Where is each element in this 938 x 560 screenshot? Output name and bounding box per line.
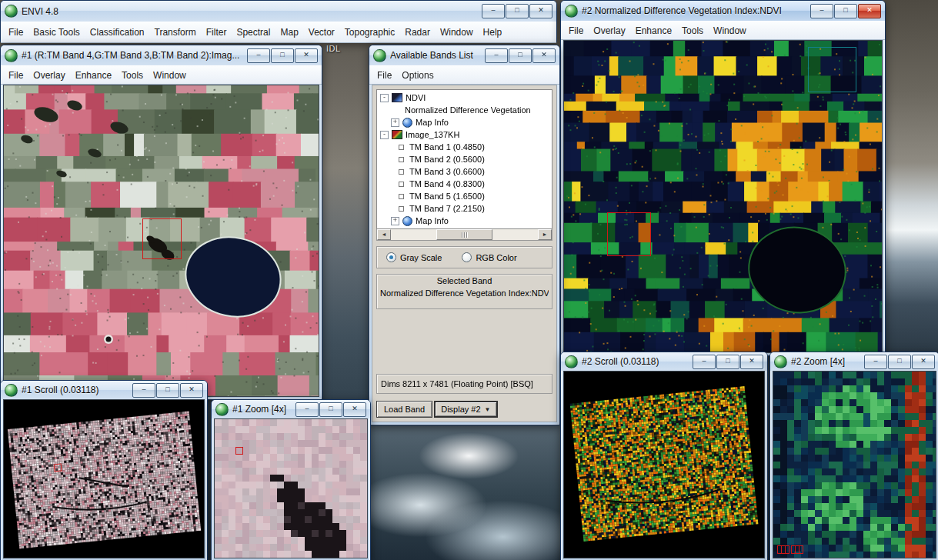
tree-item-label[interactable]: Normalized Difference Vegetation bbox=[405, 105, 531, 115]
minimize-button[interactable]: – bbox=[247, 48, 270, 63]
tree-item-label[interactable]: NDVI bbox=[406, 93, 426, 102]
close-button[interactable]: ✕ bbox=[740, 355, 763, 369]
menu-map[interactable]: Map bbox=[275, 25, 302, 39]
menu-vector[interactable]: Vector bbox=[304, 25, 339, 39]
close-button[interactable]: ✕ bbox=[912, 355, 935, 369]
maximize-button[interactable]: □ bbox=[716, 355, 739, 369]
menu-file[interactable]: File bbox=[4, 25, 28, 39]
menu-enhance[interactable]: Enhance bbox=[71, 68, 116, 82]
tree-item-label[interactable]: Map Info bbox=[416, 216, 449, 225]
tree-item-label[interactable]: TM Band 7 (2.2150) bbox=[409, 204, 485, 213]
tree-item-map-info-image[interactable]: + Map Info bbox=[377, 215, 552, 227]
titlebar[interactable]: #2 Scroll (0.03118) – □ ✕ bbox=[561, 352, 767, 371]
menu-window[interactable]: Window bbox=[709, 24, 751, 38]
desktop-icon-label-idl[interactable]: IDL bbox=[326, 44, 341, 53]
tree-item-image-137kh[interactable]: - Image_137KH bbox=[377, 128, 552, 141]
tree-item-tm-band-4[interactable]: TM Band 4 (0.8300) bbox=[377, 178, 552, 190]
display2-image[interactable] bbox=[564, 41, 882, 353]
tree-item-label[interactable]: TM Band 2 (0.5600) bbox=[409, 155, 485, 164]
rgb-color-radio[interactable]: RGB Color bbox=[462, 252, 516, 262]
minimize-button[interactable]: – bbox=[810, 4, 833, 18]
menu-file[interactable]: File bbox=[564, 24, 588, 38]
menu-filter[interactable]: Filter bbox=[202, 25, 232, 39]
tree-item-label[interactable]: Image_137KH bbox=[406, 130, 459, 139]
menu-file[interactable]: File bbox=[4, 68, 28, 82]
maximize-button[interactable]: □ bbox=[319, 402, 342, 417]
menu-overlay[interactable]: Overlay bbox=[589, 24, 629, 38]
minimize-button[interactable]: – bbox=[485, 48, 508, 63]
maximize-button[interactable]: □ bbox=[271, 48, 294, 63]
tree-item-label[interactable]: TM Band 3 (0.6600) bbox=[409, 167, 485, 176]
menu-classification[interactable]: Classification bbox=[85, 25, 149, 39]
titlebar[interactable]: #1 (R:TM Band 4,G:TM Band 3,B:TM Band 2)… bbox=[1, 45, 322, 65]
tree-item-tm-band-3[interactable]: TM Band 3 (0.6600) bbox=[377, 165, 552, 178]
scroll1-image[interactable] bbox=[4, 400, 204, 558]
menu-window[interactable]: Window bbox=[436, 25, 478, 39]
selected-band-value[interactable]: Normalized Difference Vegetation Index:N… bbox=[380, 288, 549, 298]
maximize-button[interactable]: □ bbox=[888, 355, 911, 369]
menu-help[interactable]: Help bbox=[479, 25, 507, 39]
menu-overlay[interactable]: Overlay bbox=[28, 68, 69, 82]
scroll2-image[interactable] bbox=[564, 372, 764, 558]
menu-window[interactable]: Window bbox=[149, 68, 191, 82]
close-button[interactable]: ✕ bbox=[529, 4, 552, 18]
scroll-right-icon[interactable]: ► bbox=[538, 229, 552, 240]
tree-item-ndvi[interactable]: - NDVI bbox=[377, 92, 552, 104]
menu-radar[interactable]: Radar bbox=[400, 25, 435, 39]
scroll-left-icon[interactable]: ◄ bbox=[377, 229, 391, 240]
menu-basic-tools[interactable]: Basic Tools bbox=[28, 25, 84, 39]
close-button[interactable]: ✕ bbox=[858, 4, 881, 18]
menu-topographic[interactable]: Topographic bbox=[340, 25, 399, 39]
zoom2-image[interactable] bbox=[773, 372, 936, 558]
menu-enhance[interactable]: Enhance bbox=[631, 24, 676, 38]
collapse-icon[interactable]: - bbox=[380, 131, 389, 139]
tree-horizontal-scrollbar[interactable]: ◄ ► bbox=[376, 229, 552, 241]
load-band-button[interactable]: Load Band bbox=[376, 401, 432, 418]
menu-file[interactable]: File bbox=[372, 68, 396, 82]
radio-unselected-icon[interactable] bbox=[462, 252, 472, 262]
radio-selected-icon[interactable] bbox=[386, 252, 396, 262]
maximize-button[interactable]: □ bbox=[509, 48, 532, 63]
scrollbar-thumb[interactable] bbox=[436, 229, 492, 240]
menu-spectral[interactable]: Spectral bbox=[232, 25, 275, 39]
minimize-button[interactable]: – bbox=[693, 355, 716, 369]
collapse-icon[interactable]: - bbox=[380, 94, 389, 102]
tree-item-label[interactable]: TM Band 1 (0.4850) bbox=[409, 142, 485, 152]
minimize-button[interactable]: – bbox=[864, 355, 887, 369]
tree-item-tm-band-7[interactable]: TM Band 7 (2.2150) bbox=[377, 202, 552, 215]
tree-item-label[interactable]: TM Band 5 (1.6500) bbox=[409, 192, 485, 201]
close-button[interactable]: ✕ bbox=[343, 402, 366, 417]
gray-scale-radio[interactable]: Gray Scale bbox=[386, 252, 442, 262]
tree-item-tm-band-5[interactable]: TM Band 5 (1.6500) bbox=[377, 190, 552, 202]
minimize-button[interactable]: – bbox=[482, 4, 505, 18]
close-button[interactable]: ✕ bbox=[532, 48, 556, 63]
tree-item-label[interactable]: Map Info bbox=[416, 118, 449, 127]
tree-item-tm-band-1[interactable]: TM Band 1 (0.4850) bbox=[377, 141, 552, 153]
titlebar[interactable]: ENVI 4.8 – □ ✕ bbox=[1, 1, 556, 22]
minimize-button[interactable]: – bbox=[132, 383, 155, 398]
titlebar[interactable]: #1 Scroll (0.03118) – □ ✕ bbox=[1, 381, 207, 399]
tree-item-map-info-ndvi[interactable]: + Map Info bbox=[377, 116, 552, 128]
tree-item-tm-band-2[interactable]: TM Band 2 (0.5600) bbox=[377, 153, 552, 165]
expand-icon[interactable]: + bbox=[391, 118, 399, 127]
maximize-button[interactable]: □ bbox=[156, 383, 179, 398]
minimize-button[interactable]: – bbox=[295, 402, 319, 417]
menu-tools[interactable]: Tools bbox=[677, 24, 708, 38]
maximize-button[interactable]: □ bbox=[506, 4, 529, 18]
titlebar[interactable]: Available Bands List – □ ✕ bbox=[369, 45, 559, 65]
zoom1-image[interactable] bbox=[215, 419, 367, 558]
expand-icon[interactable]: + bbox=[391, 217, 399, 225]
tree-item-label[interactable]: TM Band 4 (0.8300) bbox=[409, 179, 485, 188]
display1-image[interactable] bbox=[4, 85, 319, 397]
titlebar[interactable]: #2 Zoom [4x] – □ ✕ bbox=[770, 352, 938, 371]
close-button[interactable]: ✕ bbox=[295, 48, 318, 63]
menu-transform[interactable]: Transform bbox=[150, 25, 201, 39]
tree-item-ndvi-band[interactable]: Normalized Difference Vegetation bbox=[377, 104, 552, 116]
titlebar[interactable]: #1 Zoom [4x] – □ ✕ bbox=[212, 400, 370, 418]
close-button[interactable]: ✕ bbox=[180, 383, 203, 398]
maximize-button[interactable]: □ bbox=[834, 4, 857, 18]
display-select-button[interactable]: Display #2 ▼ bbox=[434, 401, 497, 418]
titlebar[interactable]: #2 Normalized Difference Vegetation Inde… bbox=[561, 1, 885, 21]
menu-tools[interactable]: Tools bbox=[117, 68, 148, 82]
menu-options[interactable]: Options bbox=[397, 68, 438, 82]
